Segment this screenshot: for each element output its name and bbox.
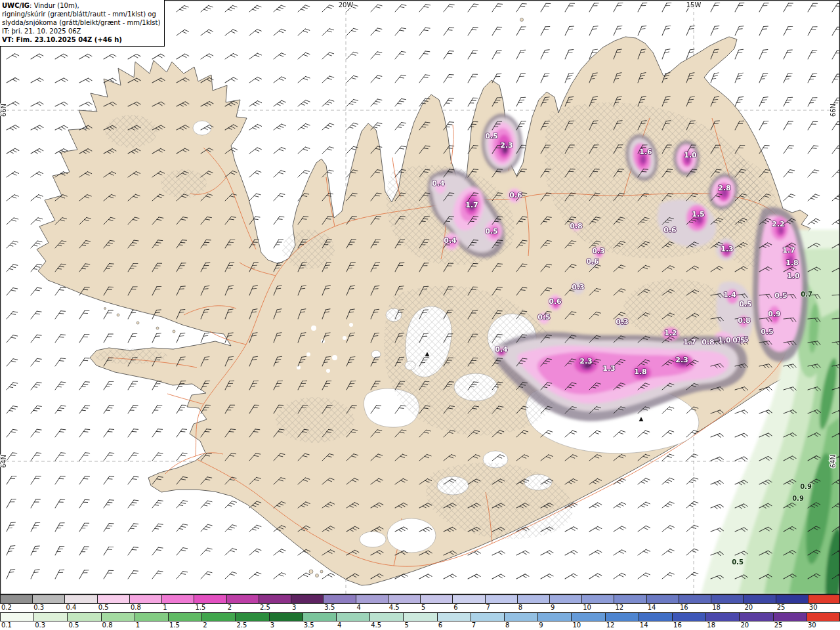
rain-scale-color — [504, 612, 537, 621]
snow-scale-segment: 5 — [420, 595, 452, 612]
init-time: IT: þri. 21. 10. 2025 06Z — [2, 27, 160, 35]
rain-scale-color — [471, 612, 504, 621]
snow-scale-color — [0, 595, 32, 604]
snow-scale-segment: 4 — [356, 595, 388, 612]
snow-scale-color — [581, 595, 614, 604]
snow-scale-row: 0.20.30.40.50.811.522.533.544.5567891012… — [0, 595, 840, 612]
snow-scale-color — [485, 595, 517, 604]
snow-scale-tick: 16 — [679, 604, 711, 612]
snow-scale-segment: 0.5 — [97, 595, 129, 612]
snow-scale-color — [776, 595, 808, 604]
rain-scale-segment: 4.5 — [369, 612, 403, 630]
snow-scale-segment: 1.5 — [194, 595, 226, 612]
snow-scale-segment: 14 — [646, 595, 679, 612]
snow-scale-tick: 0.5 — [97, 604, 129, 612]
snow-amount-label: 0.8 — [738, 316, 751, 325]
rain-scale-color — [336, 612, 369, 621]
snow-scale-segment: 10 — [581, 595, 614, 612]
snow-scale-tick: 10 — [581, 604, 614, 612]
snow-scale-tick: 12 — [614, 604, 646, 612]
title-line-1-rest: : Vindur (10m), — [30, 2, 79, 9]
snow-amount-label: 2.3 — [500, 141, 513, 150]
snow-scale-tick: 8 — [517, 604, 549, 612]
rain-scale-tick: 0.8 — [101, 621, 135, 630]
meridian-label: 15W — [686, 1, 702, 9]
rain-scale-segment: 3 — [269, 612, 303, 630]
snow-amount-label: 1.3 — [602, 364, 616, 373]
rain-scale-tick: 30 — [807, 621, 840, 630]
rain-scale-color — [67, 612, 100, 621]
rain-amount-label: 0.9 — [800, 483, 812, 490]
snow-amount-label: 1.7 — [782, 246, 795, 255]
snow-scale-segment: 1 — [161, 595, 194, 612]
rain-scale-color — [269, 612, 303, 621]
rain-scale-tick: 4.5 — [369, 621, 403, 630]
snow-scale-color — [549, 595, 581, 604]
rain-amount-label: 0.5 — [732, 558, 744, 566]
precip-legend: 0.20.30.40.50.811.522.533.544.5567891012… — [0, 595, 840, 630]
snow-amount-label: 1.4 — [723, 291, 736, 299]
parallel-label: 66N — [0, 104, 7, 117]
rain-scale-tick: 18 — [705, 621, 739, 630]
rain-scale-segment: 12 — [605, 612, 639, 630]
title-line-3: slydda/snjókoma (grátt/bleikt/grænt - mm… — [2, 18, 160, 27]
snow-scale-segment: 3.5 — [323, 595, 355, 612]
snow-scale-color — [808, 595, 840, 604]
snow-scale-color — [291, 595, 323, 604]
snow-scale-tick: 0.8 — [129, 604, 161, 612]
snow-scale-tick: 6 — [452, 604, 484, 612]
snow-amount-label: 2.3 — [579, 357, 593, 366]
parallel-label: 64N — [830, 455, 837, 468]
snow-scale-tick: 2 — [226, 604, 259, 612]
rain-scale-color — [537, 612, 571, 621]
snow-amount-label: 1.5 — [692, 210, 705, 219]
snow-scale-tick: 1.5 — [194, 604, 226, 612]
rain-scale-segment: 0.5 — [67, 612, 100, 630]
snow-scale-segment: 4.5 — [388, 595, 420, 612]
snow-scale-color — [129, 595, 161, 604]
snow-amount-label: 0.3 — [572, 283, 585, 291]
rain-scale-tick: 10 — [571, 621, 604, 630]
rain-scale-tick: 8 — [504, 621, 537, 630]
parallel-label: 64N — [0, 455, 7, 468]
rain-scale-color — [739, 612, 772, 621]
rain-scale-segment: 1 — [135, 612, 168, 630]
snow-scale-segment: 7 — [485, 595, 517, 612]
snow-scale-tick: 14 — [646, 604, 679, 612]
snow-scale-color — [64, 595, 96, 604]
weather-map: 20W15W66N66N64N64N0.52.30.41.70.60.40.51… — [0, 0, 840, 595]
rain-scale-color — [135, 612, 168, 621]
rain-scale-segment: 25 — [773, 612, 807, 630]
rain-scale-segment: 6 — [437, 612, 471, 630]
snow-amount-label: 0.4 — [444, 236, 457, 245]
snow-scale-tick: 5 — [420, 604, 452, 612]
map-area: 20W15W66N66N64N64N0.52.30.41.70.60.40.51… — [0, 0, 840, 595]
snow-scale-color — [517, 595, 549, 604]
weather-map-app: 20W15W66N66N64N64N0.52.30.41.70.60.40.51… — [0, 0, 840, 630]
rain-scale-color — [807, 612, 840, 621]
rain-scale-tick: 12 — [605, 621, 639, 630]
snow-scale-segment: 0.8 — [129, 595, 161, 612]
rain-scale-tick: 1 — [135, 621, 168, 630]
title-line-1: UWC/IG: Vindur (10m), — [2, 1, 160, 10]
rain-scale-tick: 4 — [336, 621, 369, 630]
rain-scale-tick: 3 — [269, 621, 303, 630]
rain-scale-color — [403, 612, 436, 621]
snow-scale-tick: 25 — [776, 604, 808, 612]
snow-scale-segment: 16 — [679, 595, 711, 612]
rain-scale-segment: 8 — [504, 612, 537, 630]
model-name: UWC/IG — [2, 2, 30, 9]
snow-scale-color — [356, 595, 388, 604]
rain-scale-segment: 18 — [705, 612, 739, 630]
snow-amount-label: 1.0 — [684, 151, 697, 159]
snow-scale-segment: 20 — [743, 595, 775, 612]
rain-scale-tick: 1.5 — [168, 621, 201, 630]
snow-amount-label: 1.7 — [683, 338, 696, 346]
rain-scale-tick: 6 — [437, 621, 471, 630]
rain-amount-label: 0.9 — [792, 495, 804, 502]
rain-scale-color — [639, 612, 672, 621]
snow-scale-segment: 2.5 — [259, 595, 291, 612]
snow-scale-segment: 9 — [549, 595, 581, 612]
snow-amount-label: 0.6 — [663, 226, 677, 234]
snow-amount-label: 0.3 — [616, 318, 629, 326]
